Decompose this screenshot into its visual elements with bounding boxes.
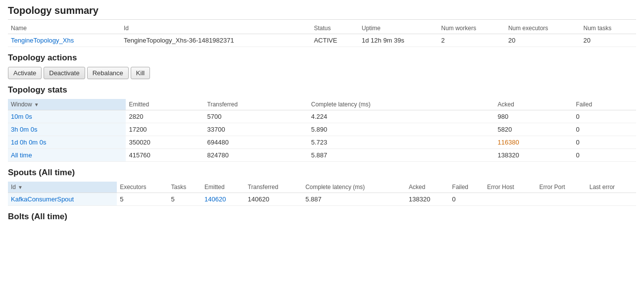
spouts-col-latency: Complete latency (ms) — [302, 182, 406, 193]
col-status: Status — [311, 23, 359, 34]
col-id: Id — [121, 23, 311, 34]
stats-emitted: 350020 — [126, 136, 204, 149]
stats-col-window: Window ▼ — [8, 99, 126, 110]
table-row: All time 415760 824780 5.887 138320 0 — [8, 149, 636, 162]
col-num-executors: Num executors — [505, 23, 581, 34]
deactivate-button[interactable]: Deactivate — [44, 67, 85, 79]
window-dropdown-icon[interactable]: ▼ — [34, 102, 39, 107]
stats-emitted: 17200 — [126, 123, 204, 136]
kill-button[interactable]: Kill — [131, 67, 150, 79]
summary-table: Name Id Status Uptime Num workers Num ex… — [8, 23, 636, 47]
spouts-col-acked: Acked — [406, 182, 449, 193]
stats-window[interactable]: 10m 0s — [8, 110, 126, 123]
stats-window[interactable]: 1d 0h 0m 0s — [8, 136, 126, 149]
stats-acked: 5820 — [495, 123, 573, 136]
stats-transferred: 5700 — [204, 110, 308, 123]
topology-actions-heading: Topology actions — [8, 53, 636, 63]
bolts-heading: Bolts (All time) — [8, 212, 636, 222]
activate-button[interactable]: Activate — [8, 67, 42, 79]
stats-col-latency: Complete latency (ms) — [308, 99, 495, 110]
stats-emitted: 415760 — [126, 149, 204, 162]
topology-status: ACTIVE — [311, 34, 359, 47]
stats-col-acked: Acked — [495, 99, 573, 110]
stats-latency: 5.890 — [308, 123, 495, 136]
topology-name[interactable]: TengineTopology_Xhs — [8, 34, 121, 47]
spout-id[interactable]: KafkaConsumerSpout — [8, 193, 117, 206]
stats-acked: 980 — [495, 110, 573, 123]
stats-acked: 138320 — [495, 149, 573, 162]
stats-latency: 5.887 — [308, 149, 495, 162]
topology-stats-heading: Topology stats — [8, 85, 636, 95]
spout-error-host — [484, 193, 536, 206]
topology-num-executors: 20 — [505, 34, 581, 47]
spouts-col-last-error: Last error — [587, 182, 636, 193]
col-num-workers: Num workers — [438, 23, 505, 34]
spouts-col-error-port: Error Port — [536, 182, 586, 193]
spouts-col-error-host: Error Host — [484, 182, 536, 193]
topology-num-tasks: 20 — [580, 34, 636, 47]
spout-error-port — [536, 193, 586, 206]
spouts-col-failed: Failed — [449, 182, 484, 193]
spout-tasks: 5 — [168, 193, 201, 206]
table-row: TengineTopology_Xhs TengineTopology_Xhs-… — [8, 34, 636, 47]
table-row: 10m 0s 2820 5700 4.224 980 0 — [8, 110, 636, 123]
topology-num-workers: 2 — [438, 34, 505, 47]
spouts-col-executors: Executors — [117, 182, 168, 193]
stats-acked: 116380 — [495, 136, 573, 149]
topology-id: TengineTopology_Xhs-36-1481982371 — [121, 34, 311, 47]
col-num-tasks: Num tasks — [580, 23, 636, 34]
spouts-col-transferred: Transferred — [245, 182, 302, 193]
stats-failed: 0 — [573, 149, 636, 162]
spout-failed: 0 — [449, 193, 484, 206]
stats-table: Window ▼ Emitted Transferred Complete la… — [8, 99, 636, 162]
spout-acked: 138320 — [406, 193, 449, 206]
spout-transferred: 140620 — [245, 193, 302, 206]
actions-group: Activate Deactivate Rebalance Kill — [8, 67, 636, 79]
stats-col-transferred: Transferred — [204, 99, 308, 110]
stats-latency: 5.723 — [308, 136, 495, 149]
rebalance-button[interactable]: Rebalance — [87, 67, 129, 79]
spouts-col-tasks: Tasks — [168, 182, 201, 193]
stats-window[interactable]: All time — [8, 149, 126, 162]
table-row: KafkaConsumerSpout 5 5 140620 140620 5.8… — [8, 193, 636, 206]
col-name: Name — [8, 23, 121, 34]
spout-last-error — [587, 193, 636, 206]
spouts-col-id: Id ▼ — [8, 182, 117, 193]
stats-transferred: 694480 — [204, 136, 308, 149]
stats-failed: 0 — [573, 110, 636, 123]
spout-executors: 5 — [117, 193, 168, 206]
topology-summary-heading: Topology summary — [8, 5, 636, 16]
stats-transferred: 824780 — [204, 149, 308, 162]
stats-latency: 4.224 — [308, 110, 495, 123]
stats-failed: 0 — [573, 136, 636, 149]
stats-col-emitted: Emitted — [126, 99, 204, 110]
col-uptime: Uptime — [359, 23, 439, 34]
table-row: 1d 0h 0m 0s 350020 694480 5.723 116380 0 — [8, 136, 636, 149]
stats-col-failed: Failed — [573, 99, 636, 110]
stats-transferred: 33700 — [204, 123, 308, 136]
stats-window[interactable]: 3h 0m 0s — [8, 123, 126, 136]
spout-emitted: 140620 — [201, 193, 245, 206]
spouts-heading: Spouts (All time) — [8, 168, 636, 178]
stats-failed: 0 — [573, 123, 636, 136]
table-row: 3h 0m 0s 17200 33700 5.890 5820 0 — [8, 123, 636, 136]
spout-latency: 5.887 — [302, 193, 406, 206]
spouts-col-emitted: Emitted — [201, 182, 245, 193]
stats-emitted: 2820 — [126, 110, 204, 123]
spouts-table: Id ▼ Executors Tasks Emitted Transferred… — [8, 182, 636, 206]
topology-uptime: 1d 12h 9m 39s — [359, 34, 439, 47]
spouts-id-dropdown-icon[interactable]: ▼ — [18, 185, 23, 190]
